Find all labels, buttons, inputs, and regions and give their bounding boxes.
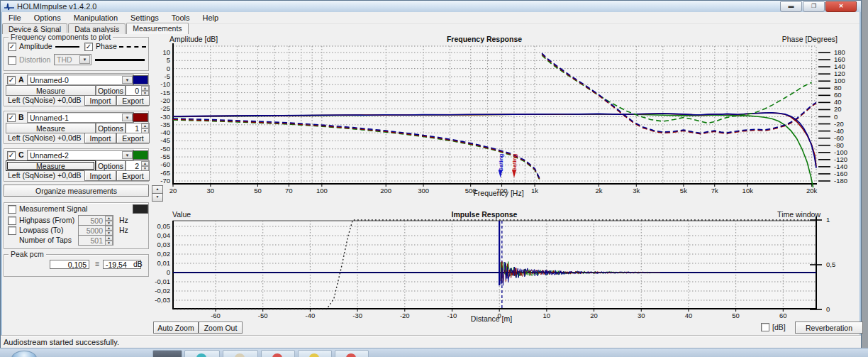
menu-manipulation[interactable]: Manipulation bbox=[67, 13, 124, 23]
distance-tick-label: -50 bbox=[258, 312, 268, 319]
minimize-button[interactable]: ▬ bbox=[780, 1, 802, 12]
amplitude-tick-label: -30 bbox=[160, 113, 170, 121]
peak-value-field[interactable]: 0,105 bbox=[50, 260, 89, 269]
measurement-a-measure-button[interactable]: Measure bbox=[6, 85, 96, 96]
lowpass-spin-up-icon[interactable]: ▲ bbox=[105, 226, 113, 231]
measurement-c-gain-label: Left (SqNoise) +0,0dB bbox=[8, 171, 82, 180]
start-button-icon[interactable] bbox=[11, 351, 37, 357]
frequency-tick-label: 30 bbox=[207, 187, 215, 194]
auto-zoom-button[interactable]: Auto Zoom bbox=[153, 322, 199, 334]
distortion-type-value: THD bbox=[57, 55, 72, 64]
measurement-c-name: Unnamed-2 bbox=[30, 151, 69, 160]
measurement-a-spin-up-icon[interactable]: ▲ bbox=[141, 86, 149, 91]
distance-tick-label: 60 bbox=[779, 312, 787, 319]
measurement-signal-color-swatch[interactable] bbox=[133, 204, 148, 214]
measurement-c-measure-button[interactable]: Measure bbox=[6, 160, 96, 171]
menu-options[interactable]: Options bbox=[28, 13, 67, 23]
measurement-a-name-select[interactable]: Unnamed-0 ▼ bbox=[27, 75, 134, 85]
measurement-b-options-button[interactable]: Options bbox=[96, 123, 126, 133]
measurement-c-export-button[interactable]: Export bbox=[116, 170, 150, 181]
measurement-b-checkbox[interactable]: ✓ bbox=[7, 114, 16, 122]
taskbar-app-3[interactable] bbox=[223, 350, 258, 357]
measurement-b-import-button[interactable]: Import bbox=[84, 133, 116, 143]
frequency-tick-label: 2k bbox=[595, 187, 602, 194]
measurement-c-checkbox[interactable]: ✓ bbox=[7, 151, 16, 160]
menu-file[interactable]: File bbox=[2, 13, 28, 23]
measurement-b-letter: B bbox=[18, 113, 24, 121]
measurement-a-options-button[interactable]: Options bbox=[96, 85, 126, 96]
frequency-response-plot[interactable]: 1050-5-10-15-20-25-30-35-40-45-50-55-60-… bbox=[151, 34, 867, 207]
measurement-c-channel-spinner[interactable]: 2 ▲▼ bbox=[126, 160, 150, 171]
taskbar-app-4[interactable] bbox=[261, 350, 295, 357]
distortion-checkbox[interactable] bbox=[8, 56, 16, 65]
taskbar-app-5[interactable] bbox=[298, 350, 332, 357]
measurement-a-export-button[interactable]: Export bbox=[116, 95, 150, 106]
measurement-a-color-swatch[interactable] bbox=[133, 75, 148, 84]
measurement-b-color-swatch[interactable] bbox=[133, 113, 148, 122]
taps-spinner[interactable]: 501 ▲▼ bbox=[78, 235, 113, 246]
amplitude-tick-label: -50 bbox=[160, 145, 170, 153]
menu-settings[interactable]: Settings bbox=[124, 13, 165, 23]
measurement-c-color-swatch[interactable] bbox=[133, 150, 148, 160]
measurement-a-channel-spinner[interactable]: 0 ▲▼ bbox=[126, 85, 150, 96]
measurement-c-import-button[interactable]: Import bbox=[84, 170, 116, 181]
taskbar-app-1[interactable] bbox=[152, 350, 182, 357]
reverberation-button[interactable]: Reverberation bbox=[795, 322, 863, 334]
menu-help[interactable]: Help bbox=[196, 13, 225, 23]
close-button[interactable]: ✕ bbox=[825, 1, 857, 12]
taps-spin-down-icon[interactable]: ▼ bbox=[105, 241, 113, 246]
window-tick-label: 0,5 bbox=[826, 260, 835, 268]
amplitude-tick-label: -15 bbox=[160, 89, 170, 97]
menu-tools[interactable]: Tools bbox=[165, 13, 196, 23]
highpass-checkbox[interactable] bbox=[8, 216, 16, 225]
lowpass-unit: Hz bbox=[119, 226, 128, 234]
measurement-signal-checkbox[interactable] bbox=[8, 205, 16, 214]
measurement-b-measure-button[interactable]: Measure bbox=[6, 123, 96, 133]
taskbar-app-6[interactable] bbox=[335, 350, 369, 357]
measurement-b-name-select[interactable]: Unnamed-1 ▼ bbox=[27, 112, 134, 123]
highpass-spinner[interactable]: 500 ▲▼ bbox=[78, 215, 113, 226]
peak-pcm-title: Peak pcm bbox=[9, 250, 46, 258]
highpass-spin-up-icon[interactable]: ▲ bbox=[105, 216, 113, 221]
phase-checkbox[interactable]: ✓ bbox=[84, 43, 93, 51]
distortion-type-select[interactable]: THD ▼ bbox=[54, 54, 91, 65]
frequency-tick-label: 20 bbox=[169, 187, 177, 194]
highpass-label: Highpass (From) bbox=[19, 216, 74, 224]
value-tick-label: -0,01 bbox=[155, 278, 170, 285]
distance-tick-label: 50 bbox=[732, 312, 740, 319]
freq-scroll-down-icon[interactable]: ▼ bbox=[152, 193, 163, 202]
measurement-c-block: ✓ C Unnamed-2 ▼ Measure Options 2 ▲▼ Lef… bbox=[4, 148, 149, 182]
measurement-c-name-select[interactable]: Unnamed-2 ▼ bbox=[27, 150, 134, 160]
highpass-unit: Hz bbox=[119, 216, 128, 224]
lowpass-spinner[interactable]: 5000 ▲▼ bbox=[78, 225, 113, 236]
organize-measurements-button[interactable]: Organize measurements bbox=[4, 185, 149, 197]
distance-tick-label: 20 bbox=[590, 312, 598, 319]
title-bar[interactable]: HOLMImpulse v1.4.2.0 ▬ ❐ ✕ bbox=[1, 1, 861, 12]
measurement-signal-label: Measurement Signal bbox=[19, 204, 87, 213]
restore-button[interactable]: ❐ bbox=[803, 1, 825, 12]
measurement-c-spin-up-icon[interactable]: ▲ bbox=[141, 161, 149, 166]
measurement-b-channel-spinner[interactable]: 1 ▲▼ bbox=[126, 123, 150, 133]
zoom-out-button[interactable]: Zoom Out bbox=[199, 322, 243, 334]
app-icon bbox=[4, 3, 14, 11]
peak-unit: dB bbox=[133, 260, 143, 268]
distance-tick-label: -30 bbox=[352, 312, 362, 319]
impulse-response-plot[interactable]: 0,050,040,030,020,010-0,01-0,02-0,03-60-… bbox=[151, 209, 867, 323]
measurement-a-checkbox[interactable]: ✓ bbox=[7, 76, 16, 84]
window-tick-label: 0 bbox=[826, 305, 830, 313]
amplitude-checkbox[interactable]: ✓ bbox=[8, 43, 16, 51]
db-checkbox[interactable] bbox=[761, 323, 769, 331]
measurement-b-spin-up-icon[interactable]: ▲ bbox=[141, 123, 149, 128]
measurement-a-import-button[interactable]: Import bbox=[84, 95, 116, 106]
measurement-a-letter: A bbox=[18, 75, 24, 84]
tab-measurements[interactable]: Measurements bbox=[126, 23, 188, 35]
frequency-tick-label: 20k bbox=[806, 187, 818, 194]
measurement-c-options-button[interactable]: Options bbox=[96, 160, 126, 171]
frequency-tick-label: 70 bbox=[285, 187, 293, 194]
taps-spin-up-icon[interactable]: ▲ bbox=[105, 236, 113, 241]
taskbar-app-2[interactable] bbox=[184, 350, 220, 357]
distortion-label: Distortion bbox=[19, 55, 50, 64]
lowpass-checkbox[interactable] bbox=[8, 226, 16, 235]
measurement-b-export-button[interactable]: Export bbox=[116, 133, 150, 143]
distance-tick-label: -60 bbox=[211, 312, 221, 319]
